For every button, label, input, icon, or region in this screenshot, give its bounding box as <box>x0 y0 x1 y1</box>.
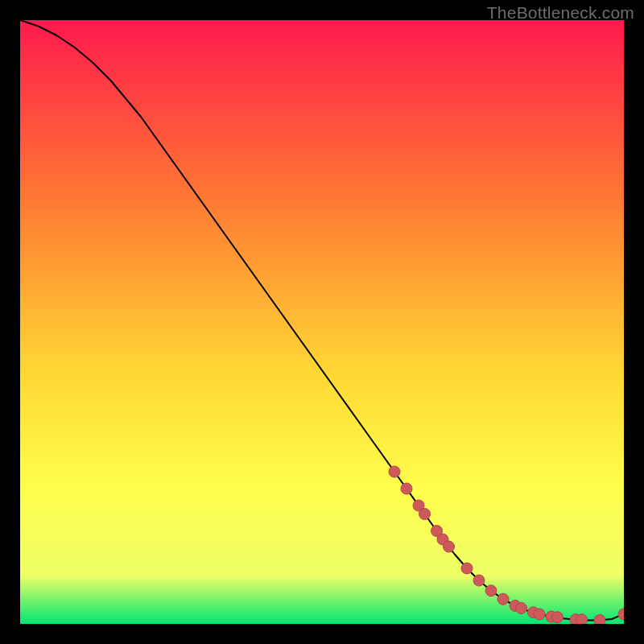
data-marker <box>485 585 497 597</box>
data-marker <box>389 466 400 477</box>
watermark-text: TheBottleneck.com <box>487 3 634 23</box>
data-marker <box>419 509 431 520</box>
data-marker <box>576 614 588 624</box>
data-marker <box>552 612 564 623</box>
data-marker <box>461 563 473 574</box>
plot-area <box>20 20 624 624</box>
data-marker <box>534 609 545 620</box>
data-marker <box>497 593 509 605</box>
chart-frame: TheBottleneck.com <box>0 0 644 644</box>
data-marker <box>516 603 527 614</box>
data-marker <box>473 575 485 586</box>
data-marker <box>401 483 412 494</box>
data-marker <box>444 541 455 552</box>
plot-svg <box>20 20 624 624</box>
data-marker <box>594 615 605 625</box>
gradient-background <box>20 20 624 624</box>
